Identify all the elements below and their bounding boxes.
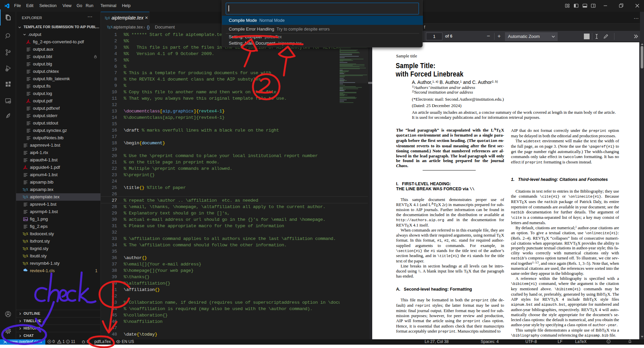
svg-text:TEX: TEX — [23, 188, 28, 192]
svg-text:TEX: TEX — [107, 25, 113, 30]
svg-text:TEX: TEX — [23, 195, 28, 199]
svg-text:TEX: TEX — [23, 262, 28, 266]
svg-text:TEX: TEX — [23, 232, 28, 236]
svg-text:TEX: TEX — [23, 247, 28, 251]
svg-text:TEX: TEX — [104, 16, 110, 20]
svg-text:TEX: TEX — [23, 240, 28, 244]
svg-text:TEX: TEX — [23, 254, 28, 258]
